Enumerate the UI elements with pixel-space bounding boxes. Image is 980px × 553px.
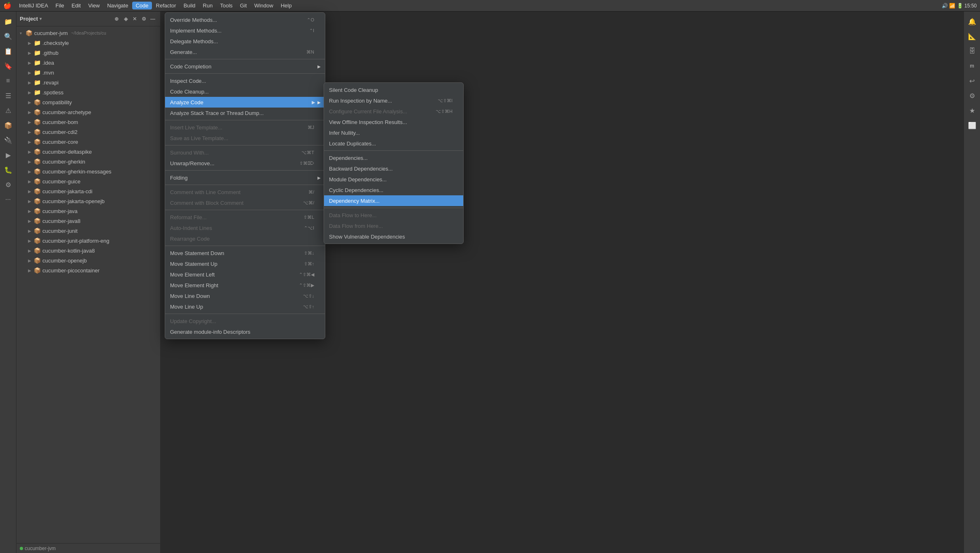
project-icon[interactable]: 📁 <box>2 15 15 28</box>
bookmarks-icon[interactable]: 🔖 <box>2 59 15 73</box>
list-item[interactable]: ▶ 📦 cucumber-cdi2 <box>16 127 160 137</box>
submenu-silent-cleanup[interactable]: Silent Code Cleanup <box>324 84 463 95</box>
submenu-dependencies[interactable]: Dependencies... <box>324 152 463 163</box>
database-icon[interactable]: 🗄 <box>966 45 979 58</box>
list-item[interactable]: ▶ 📦 cucumber-gherkin <box>16 157 160 166</box>
menu-override-methods[interactable]: Override Methods... ⌃O <box>165 14 325 25</box>
list-item[interactable]: ▶ 📁 .mvn <box>16 68 160 77</box>
todo-icon[interactable]: ☰ <box>2 89 15 102</box>
submenu-show-vulnerable[interactable]: Show Vulnerable Dependencies <box>324 231 463 242</box>
submenu-backward-dependencies[interactable]: Backward Dependencies... <box>324 163 463 174</box>
menu-generate-module-info[interactable]: Generate module-info Descriptors <box>165 326 325 337</box>
list-item[interactable]: ▶ 📦 cucumber-java <box>16 206 160 216</box>
menubar-help[interactable]: Help <box>278 2 295 9</box>
menu-separator <box>165 73 325 74</box>
menu-move-element-left[interactable]: Move Element Left ⌃⇧⌘◀ <box>165 269 325 280</box>
list-item[interactable]: ▶ 📦 cucumber-deltaspike <box>16 147 160 157</box>
menu-move-line-up[interactable]: Move Line Up ⌥⇧↑ <box>165 301 325 312</box>
structure-icon[interactable]: ≡ <box>2 74 15 87</box>
menu-inspect-code[interactable]: Inspect Code... <box>165 75 325 86</box>
menubar-file[interactable]: File <box>52 2 68 9</box>
collapse-icon[interactable]: ◈ <box>121 15 130 23</box>
more-icon[interactable]: ··· <box>2 193 15 206</box>
menu-item-label: Reformat File... <box>170 214 320 220</box>
menu-folding[interactable]: Folding <box>165 172 325 183</box>
problems-icon[interactable]: ⚠ <box>2 104 15 117</box>
list-item[interactable]: ▶ 📦 cucumber-jakarta-openejb <box>16 196 160 206</box>
dependencies-icon[interactable]: 📦 <box>2 119 15 132</box>
menu-delegate-methods[interactable]: Delegate Methods... <box>165 36 325 47</box>
list-item[interactable]: ▶ 📁 .idea <box>16 58 160 68</box>
menubar-app-name[interactable]: IntelliJ IDEA <box>16 2 51 9</box>
submenu-module-dependencies[interactable]: Module Dependencies... <box>324 174 463 185</box>
notifications-icon[interactable]: 🔔 <box>966 15 979 28</box>
vcs-icon[interactable]: 📋 <box>2 45 15 58</box>
settings-icon[interactable]: ⚙ <box>140 15 148 23</box>
plugins-icon[interactable]: 🔌 <box>2 134 15 147</box>
list-item[interactable]: ▶ 📦 cucumber-openejb <box>16 255 160 265</box>
menu-move-element-right[interactable]: Move Element Right ⌃⇧⌘▶ <box>165 280 325 291</box>
list-item[interactable]: ▶ 📦 cucumber-gherkin-messages <box>16 166 160 176</box>
submenu-view-offline[interactable]: View Offline Inspection Results... <box>324 117 463 127</box>
menubar-refactor[interactable]: Refactor <box>153 2 180 9</box>
submenu-locate-duplicates[interactable]: Locate Duplicates... <box>324 138 463 149</box>
submenu-dependency-matrix[interactable]: Dependency Matrix... <box>324 195 463 206</box>
menu-code-completion[interactable]: Code Completion <box>165 61 325 72</box>
menubar-tools[interactable]: Tools <box>217 2 236 9</box>
history-icon[interactable]: ↩ <box>966 74 979 87</box>
module-icon: 📦 <box>34 129 41 135</box>
add-icon[interactable]: ⊕ <box>112 15 121 23</box>
menu-move-statement-down[interactable]: Move Statement Down ⇧⌘↓ <box>165 248 325 258</box>
list-item[interactable]: ▶ 📁 .github <box>16 48 160 58</box>
maven-icon[interactable]: m <box>966 59 979 73</box>
run-icon[interactable]: ▶ <box>2 148 15 162</box>
list-item[interactable]: ▶ 📦 compatibility <box>16 97 160 107</box>
tree-root[interactable]: ▾ 📦 cucumber-jvm ~/IdeaProjects/cu <box>16 28 160 38</box>
list-item[interactable]: ▶ 📁 .checkstyle <box>16 38 160 48</box>
layout-icon[interactable]: 📐 <box>966 30 979 43</box>
search-icon[interactable]: 🔍 <box>2 30 15 43</box>
menu-generate[interactable]: Generate... ⌘N <box>165 47 325 57</box>
services-icon[interactable]: ⚙ <box>2 178 15 191</box>
submenu-cyclic-dependencies[interactable]: Cyclic Dependencies... <box>324 185 463 195</box>
menu-implement-methods[interactable]: Implement Methods... ⌃I <box>165 25 325 36</box>
window-icon[interactable]: ⬜ <box>966 119 979 132</box>
list-item[interactable]: ▶ 📦 cucumber-guice <box>16 176 160 186</box>
tree-arrow-icon: ▶ <box>28 248 32 253</box>
list-item[interactable]: ▶ 📦 cucumber-bom <box>16 117 160 127</box>
close-icon[interactable]: ✕ <box>131 15 139 23</box>
list-item[interactable]: ▶ 📁 .revapi <box>16 77 160 87</box>
tree-item-label: cucumber-picocontainer <box>42 267 100 274</box>
menubar-navigate[interactable]: Navigate <box>104 2 131 9</box>
list-item[interactable]: ▶ 📦 cucumber-jakarta-cdi <box>16 186 160 196</box>
menubar-run[interactable]: Run <box>200 2 216 9</box>
menubar-edit[interactable]: Edit <box>68 2 84 9</box>
menubar-code[interactable]: Code <box>132 2 152 9</box>
project-dropdown-icon[interactable]: ▾ <box>40 16 42 21</box>
list-item[interactable]: ▶ 📦 cucumber-junit-platform-eng <box>16 236 160 246</box>
list-item[interactable]: ▶ 📦 cucumber-core <box>16 137 160 147</box>
list-item[interactable]: ▶ 📁 .spotless <box>16 87 160 97</box>
minimize-icon[interactable]: — <box>149 15 157 23</box>
debug-icon[interactable]: 🐛 <box>2 163 15 176</box>
submenu-run-inspection[interactable]: Run Inspection by Name... ⌥⇧⌘I <box>324 95 463 106</box>
star-icon[interactable]: ★ <box>966 104 979 117</box>
list-item[interactable]: ▶ 📦 cucumber-junit <box>16 226 160 236</box>
menubar-view[interactable]: View <box>85 2 103 9</box>
menu-analyze-code[interactable]: Analyze Code ▶ <box>165 97 325 108</box>
menu-move-statement-up[interactable]: Move Statement Up ⇧⌘↑ <box>165 258 325 269</box>
list-item[interactable]: ▶ 📦 cucumber-kotlin-java8 <box>16 246 160 255</box>
menubar-build[interactable]: Build <box>180 2 199 9</box>
menu-unwrap-remove[interactable]: Unwrap/Remove... ⇧⌘⌦ <box>165 158 325 169</box>
menubar-git[interactable]: Git <box>237 2 250 9</box>
list-item[interactable]: ▶ 📦 cucumber-archetype <box>16 107 160 117</box>
menu-analyze-stack-trace[interactable]: Analyze Stack Trace or Thread Dump... <box>165 108 325 118</box>
menu-code-cleanup[interactable]: Code Cleanup... <box>165 86 325 97</box>
list-item[interactable]: ▶ 📦 cucumber-picocontainer <box>16 265 160 275</box>
submenu-infer-nullity[interactable]: Infer Nullity... <box>324 127 463 138</box>
list-item[interactable]: ▶ 📦 cucumber-java8 <box>16 216 160 226</box>
tree-arrow-icon: ▶ <box>28 80 32 85</box>
menubar-window[interactable]: Window <box>251 2 276 9</box>
menu-move-line-down[interactable]: Move Line Down ⌥⇧↓ <box>165 291 325 301</box>
settings-right-icon[interactable]: ⚙ <box>966 89 979 102</box>
